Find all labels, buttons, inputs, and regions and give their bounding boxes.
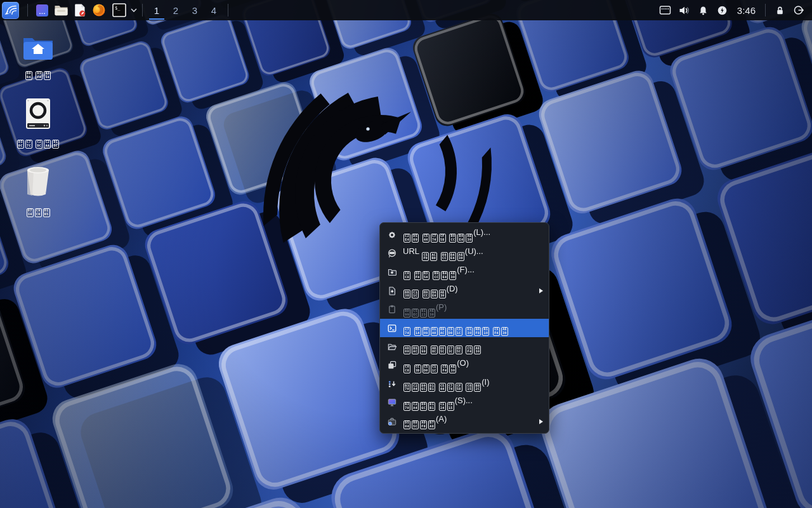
sort-icons-icon [386,378,397,389]
menu-item-label: B370C2A4D06CD1B1 C544C774CF58 C815B82C(I… [403,377,490,392]
desktop-icon-label: D734C9C0D1B5 [26,203,51,217]
new-window-icon [386,360,397,371]
file-manager-folder-icon [54,4,69,17]
menu-item-label: BD99C5ECB123AE30(P) [403,302,447,318]
files-app-icon [36,4,49,17]
launcher-text-editor[interactable] [70,1,89,19]
workspace-number: 1 [154,5,159,16]
workspace-4[interactable]: 4 [204,0,223,20]
menu-item-open-as-root[interactable]: AD00B9ACC790 AD8CD55CC73CB85C C5F4AE30 [380,337,549,356]
notifications-bell-icon[interactable] [694,1,713,19]
menu-item-label: C0C8 CC3DC5D0C11C C5F4AE30(O) [403,358,469,373]
menu-item-desktop-settings[interactable]: B370C2A4D06CD1B1 C124C815(S)... [380,394,549,412]
home-folder-icon [22,33,55,61]
menu-item-open-in-new-window[interactable]: C0C8 CC3DC5D0C11C C5F4AE30(O) [380,356,549,375]
kali-menu-button[interactable] [2,2,19,19]
desktop-settings-icon [386,398,397,408]
power-manager-icon[interactable] [713,1,732,19]
menu-item-applications[interactable]: D504B85CADF8B7A8(A) [380,412,549,431]
launcher-terminal[interactable]: $_ [108,1,130,19]
lock-screen-icon[interactable] [770,1,789,19]
workspace-3[interactable]: 3 [185,0,204,20]
menu-item-label: B370C2A4D06CD1B1 C124C815(S)... [403,395,473,411]
panel-separator [228,4,228,17]
workspace-number: 3 [192,5,197,16]
workspace-number: 2 [173,5,178,16]
workspace-number: 4 [211,5,216,16]
desktop-root: B0B4 D3F4B354 D30CC77C C2DCC2A4D15C D734… [0,0,812,508]
submenu-arrow-icon [539,419,543,424]
new-folder-icon [386,267,397,277]
desktop-icon-label: B0B4 D3F4B354 [25,65,51,80]
open-folder-icon [386,342,397,352]
desktop-icon-home[interactable]: B0B4 D3F4B354 [8,33,69,80]
desktop-icon-filesystem[interactable]: D30CC77C C2DCC2A4D15C [8,98,69,149]
desktop-context-menu: C2E4D589 C544C774CF58 B9CCB4E4AE30(L)...… [379,222,549,434]
new-document-icon [386,285,397,296]
menu-item-create-url-link[interactable]: URL C5F0ACB0 B9CCB4E4AE30(U)... [380,244,549,262]
desktop-icon-label: D30CC77C C2DCC2A4D15C [16,134,60,149]
terminal-icon [386,323,397,333]
launcher-gear-icon [386,229,397,240]
terminal-dropdown-chevron-icon[interactable] [130,4,138,16]
svg-text:$_: $_ [115,6,121,11]
menu-item-label: C2E4D589 C544C774CF58 B9CCB4E4AE30(L)... [403,227,490,243]
launcher-firefox[interactable] [89,1,108,19]
menu-item-create-launcher[interactable]: C2E4D589 C544C774CF58 B9CCB4E4AE30(L)... [380,225,549,244]
volume-icon[interactable] [675,1,694,19]
menu-item-create-document[interactable]: BB38C11C B9CCB4E4AE30(D) [380,281,549,300]
url-link-icon [386,248,397,259]
launcher-file-manager[interactable] [51,1,70,19]
panel-clock[interactable]: 3:46 [737,5,756,16]
logout-icon[interactable] [789,1,808,19]
menu-item-label: BB38C11C B9CCB4E4AE30(D) [403,283,458,299]
panel-separator [142,4,143,17]
text-editor-icon [74,3,87,17]
menu-item-paste: BD99C5ECB123AE30(P) [380,300,549,319]
workspace-2[interactable]: 2 [166,0,185,20]
menu-item-label: C0C8 D3F4B354 B9CCB4E4AE30(F)... [403,264,475,280]
submenu-arrow-icon [539,288,543,293]
paste-icon [386,304,397,315]
display-tray-icon[interactable] [656,1,675,19]
hard-disk-icon [23,98,53,130]
workspace-1[interactable]: 1 [147,0,166,20]
top-panel: $_ 1 2 3 4 [0,0,812,20]
trash-icon [22,165,54,198]
panel-separator [765,4,766,17]
menu-item-label: C774 B514B809D1A0B9ACC5D0C11C D130BBF8B1… [403,320,509,336]
menu-item-create-folder[interactable]: C0C8 D3F4B354 B9CCB4E4AE30(F)... [380,263,549,281]
menu-item-label: AD00B9ACC790 AD8CD55CC73CB85C C5F4AE30 [403,339,481,355]
menu-item-label: URL C5F0ACB0 B9CCB4E4AE30(U)... [403,246,483,262]
applications-icon [386,416,397,427]
workspace-switcher: 1 2 3 4 [147,0,223,20]
panel-separator [27,4,28,17]
menu-item-arrange-desktop-icons[interactable]: B370C2A4D06CD1B1 C544C774CF58 C815B82C(I… [380,375,549,393]
firefox-icon [92,3,106,17]
system-tray: 3:46 [656,0,812,20]
kali-dragon-icon [4,3,18,17]
menu-item-open-terminal-here[interactable]: C774 B514B809D1A0B9ACC5D0C11C D130BBF8B1… [380,319,549,337]
terminal-launcher-icon: $_ [112,3,127,18]
desktop-icon-trash[interactable]: D734C9C0D1B5 [8,165,69,217]
menu-item-label: D504B85CADF8B7A8(A) [403,413,447,429]
launcher-files-app[interactable] [32,1,51,19]
